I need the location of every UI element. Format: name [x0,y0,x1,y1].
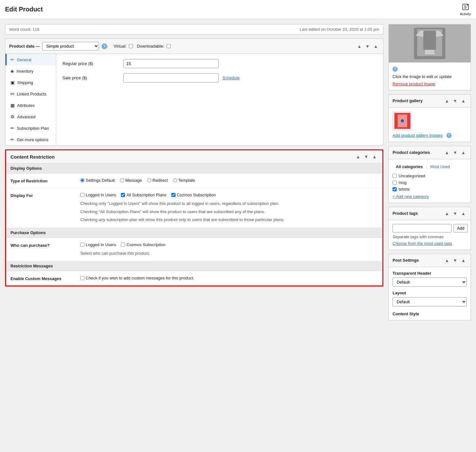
svg-point-6 [430,39,433,42]
activity-button[interactable]: Activity [460,3,471,16]
tags-up-arrow[interactable]: ▲ [443,210,450,217]
radio-message-input[interactable] [120,178,124,182]
schedule-link[interactable]: Schedule [222,75,240,80]
radio-message[interactable]: Message [120,178,142,183]
tab-advanced-label: Advanced [17,115,36,119]
add-tag-button[interactable]: Add [453,224,468,233]
tab-general[interactable]: ✏ General [5,54,56,65]
cat-uncategorized-checkbox[interactable] [393,174,397,178]
product-data-collapse-arrow[interactable]: ▲ [372,43,379,49]
product-categories-title: Product categories [393,150,443,155]
categories-collapse-arrow[interactable]: ▲ [460,149,467,156]
cat-uncategorized[interactable]: Uncategorized [393,174,467,178]
tab-get-more-options[interactable]: ✏ Get more options [5,134,56,145]
categories-up-arrow[interactable]: ▲ [443,149,450,156]
display-for-desc-1: Checking only "Logged In Users" will sho… [80,200,378,207]
display-logged-in-users-label: Logged In Users [86,193,116,197]
cat-tab-all[interactable]: All categories [393,163,426,170]
purchase-cozmos-subscription-checkbox[interactable] [121,243,125,247]
display-all-subscription-plans[interactable]: All Subscription Plans [121,193,166,197]
cr-down-arrow[interactable]: ▼ [363,154,370,160]
cat-tab-most-used[interactable]: Most Used [427,163,453,170]
purchase-logged-in-users[interactable]: Logged In Users [80,242,116,247]
enable-custom-messages-checkbox[interactable] [80,276,84,280]
layout-label: Layout [393,291,467,295]
choose-tags-link[interactable]: Choose from the most used tags [393,241,452,246]
product-data-down-arrow[interactable]: ▼ [364,43,371,49]
product-type-select[interactable]: Simple product Variable product Grouped … [42,42,99,50]
purchase-options-header: Purchase Options [6,228,382,238]
display-cozmos-subscription-checkbox[interactable] [171,193,175,197]
gallery-collapse-arrow[interactable]: ▲ [460,98,467,104]
radio-redirect[interactable]: Redirect [147,178,168,183]
enable-custom-messages-checkbox-label[interactable]: Check if you wish to add custom messages… [80,276,378,280]
add-gallery-images-link[interactable]: Add product gallery images [393,133,443,138]
post-settings-up-arrow[interactable]: ▲ [443,257,450,264]
tags-input[interactable] [393,224,452,233]
type-of-restriction-label: Type of Restriction [10,178,74,183]
who-can-purchase-label: Who can purchase? [10,242,74,248]
layout-select[interactable]: Default Boxed Full Width [393,297,467,306]
advanced-icon: ⚙ [10,114,15,119]
post-settings-down-arrow[interactable]: ▼ [452,257,459,264]
word-count-bar: Word count: 116 Last edited on October 2… [5,24,383,35]
display-all-subscription-plans-checkbox[interactable] [121,193,125,197]
cat-tshirts-checkbox[interactable] [393,187,397,191]
display-cozmos-subscription[interactable]: Cozmos Subscription [171,193,216,197]
tab-advanced[interactable]: ⚙ Advanced [5,111,56,122]
sale-price-input[interactable] [123,73,219,82]
display-for-row: Display For Logged In Users All Subscrip… [6,188,382,228]
display-logged-in-users[interactable]: Logged In Users [80,193,116,197]
product-data-content: Regular price ($) Sale price ($) Schedul… [56,54,383,145]
remove-product-image-link[interactable]: Remove product image [393,82,435,86]
tab-attributes[interactable]: ▦ Attributes [5,100,56,111]
post-settings-arrows: ▲ ▼ ▲ [443,257,467,264]
product-data-section: Product data — Simple product Variable p… [5,38,383,146]
cat-tshirts[interactable]: tshirts [393,187,467,192]
purchase-description: Select who can purchase this product. [80,250,378,257]
content-restriction-arrows: ▲ ▼ ▲ [354,154,378,160]
product-data-help-icon[interactable]: ? [102,43,107,49]
display-logged-in-users-checkbox[interactable] [80,193,84,197]
cat-mug[interactable]: mug [393,180,467,185]
cr-up-arrow[interactable]: ▲ [354,154,361,160]
tags-collapse-arrow[interactable]: ▲ [460,210,467,217]
product-image-panel: ? Click the image to edit or update Remo… [388,24,471,90]
tags-down-arrow[interactable]: ▼ [452,210,459,217]
tab-subscription-plan[interactable]: ✏ Subscription Plan [5,122,56,134]
product-image-help-icon[interactable]: ? [393,67,398,72]
radio-redirect-input[interactable] [147,178,151,182]
cr-collapse-arrow[interactable]: ▲ [371,154,378,160]
general-icon: ✏ [10,57,14,62]
radio-settings-default-input[interactable] [80,178,84,182]
who-can-purchase-options: Logged In Users Cozmos Subscription [80,242,378,247]
get-more-options-icon: ✏ [10,137,14,142]
gallery-help-icon[interactable]: ? [446,133,452,138]
display-for-options: Logged In Users All Subscription Plans C… [80,193,378,197]
gallery-thumbnail[interactable] [393,111,412,130]
radio-template-input[interactable] [173,178,177,182]
tab-inventory[interactable]: ◈ Inventory [5,65,56,77]
regular-price-input[interactable] [123,59,219,68]
product-tags-panel: Product tags ▲ ▼ ▲ Add Separate tags wit… [388,207,471,250]
virtual-checkbox[interactable] [129,44,133,48]
purchase-logged-in-users-checkbox[interactable] [80,243,84,247]
type-of-restriction-options: Settings Default Message Redirect [80,178,378,183]
content-restriction-header: Content Restriction ▲ ▼ ▲ [6,150,382,163]
transparent-header-select[interactable]: Default Enable Disable [393,278,467,287]
categories-down-arrow[interactable]: ▼ [452,149,459,156]
product-data-up-arrow[interactable]: ▲ [356,43,363,49]
product-gallery-title: Product gallery [393,98,443,103]
gallery-down-arrow[interactable]: ▼ [452,98,459,104]
tab-shipping[interactable]: ▣ Shipping [5,77,56,88]
gallery-up-arrow[interactable]: ▲ [443,98,450,104]
downloadable-checkbox[interactable] [167,44,171,48]
radio-template[interactable]: Template [173,178,195,183]
tab-linked-products[interactable]: ⚯ Linked Products [5,88,56,100]
add-new-category-link[interactable]: + Add new category [393,194,467,199]
product-image-placeholder[interactable] [389,24,471,62]
post-settings-collapse-arrow[interactable]: ▲ [460,257,467,264]
radio-settings-default[interactable]: Settings Default [80,178,115,183]
cat-mug-checkbox[interactable] [393,180,397,185]
purchase-cozmos-subscription[interactable]: Cozmos Subscription [121,242,165,247]
